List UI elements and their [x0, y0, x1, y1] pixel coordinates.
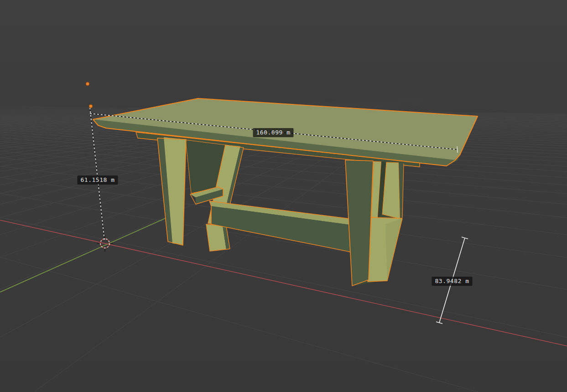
scene-canvas: [0, 0, 567, 392]
measurement-label-depth: 83.9482 m: [432, 277, 473, 286]
measurement-label-height: 61.1518 m: [78, 175, 118, 185]
horizon-fade: [0, 0, 567, 392]
viewport-3d[interactable]: 160.099 m 61.1518 m 83.9482 m: [0, 0, 567, 392]
measurement-label-length: 160.099 m: [253, 128, 294, 137]
